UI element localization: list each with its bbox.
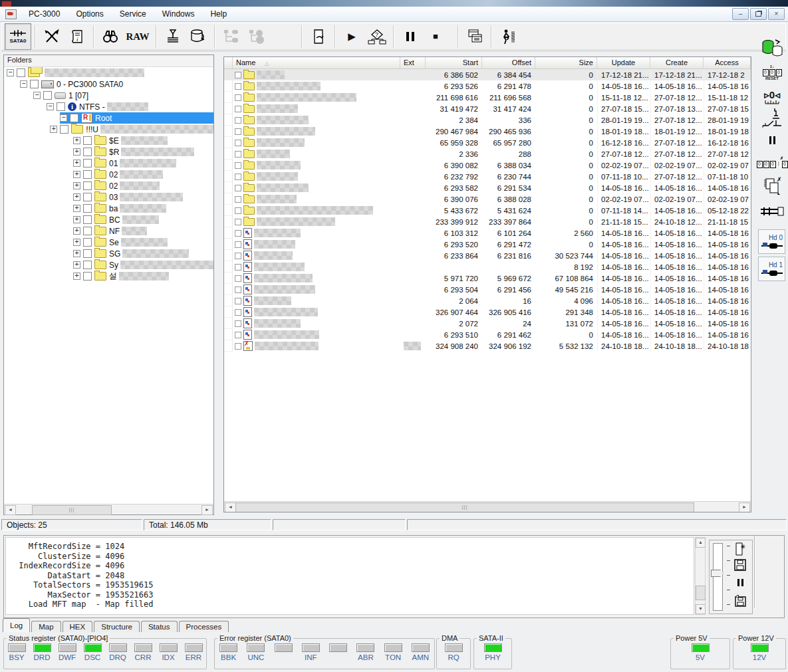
tree-row[interactable]: +$E	[4, 135, 213, 146]
row-checkbox[interactable]	[235, 140, 241, 146]
table-row[interactable]: 6 233 8646 231 81630 523 74414-05-18 16.…	[224, 250, 751, 261]
tree-row[interactable]: −0 - PC3000 SATA0	[4, 78, 213, 90]
row-checkbox[interactable]	[235, 275, 241, 282]
tree-row[interactable]: +02	[4, 169, 213, 180]
expand-icon[interactable]: +	[73, 261, 80, 269]
clear-counter-button[interactable]: ✗ 000|0	[757, 156, 787, 168]
tree-row[interactable]: +!!!U	[4, 124, 213, 135]
column-header-access[interactable]: Access	[704, 57, 751, 68]
open-task-button[interactable]	[306, 24, 331, 49]
row-checkbox[interactable]	[235, 72, 241, 78]
pause-log-button[interactable]	[732, 575, 748, 590]
table-row[interactable]: 31 419 47231 417 424027-07-18 15...27-07…	[224, 103, 751, 114]
clear-buffers-button[interactable]: ✗	[757, 176, 787, 196]
row-checkbox[interactable]	[235, 185, 241, 191]
row-checkbox[interactable]	[235, 253, 241, 259]
checkbox[interactable]	[83, 148, 92, 156]
row-checkbox[interactable]	[235, 207, 241, 214]
tree-row[interactable]: +Sy	[4, 259, 213, 271]
table-row[interactable]: 324 908 240324 906 1925 532 13224-10-18 …	[224, 340, 751, 352]
tab-structure[interactable]: Structure	[94, 621, 140, 632]
row-checkbox[interactable]	[235, 196, 241, 203]
expand-icon[interactable]: +	[73, 182, 80, 189]
table-row[interactable]: 6 232 7926 230 744007-11-18 10...27-07-1…	[224, 171, 751, 182]
collapse-icon[interactable]: −	[33, 92, 41, 99]
tab-map[interactable]: Map	[31, 621, 61, 632]
row-checkbox[interactable]	[235, 162, 241, 169]
tree-row[interactable]: −1 [07]	[4, 90, 213, 101]
terminator-button[interactable]	[757, 206, 787, 217]
row-checkbox[interactable]	[235, 309, 241, 316]
column-header-start[interactable]: Start	[426, 57, 482, 68]
tree-row[interactable]: +Se	[4, 237, 213, 248]
tab-log[interactable]: Log	[3, 618, 30, 632]
exit-button[interactable]	[495, 24, 521, 49]
table-row[interactable]: 6 293 5266 291 478014-05-18 16...14-05-1…	[224, 80, 751, 92]
scroll-up-arrow[interactable]: ▲	[696, 538, 706, 548]
collapse-icon[interactable]: −	[20, 80, 27, 88]
expand-icon[interactable]: +	[73, 216, 80, 223]
hd1-button[interactable]: Hd 1	[758, 257, 785, 281]
expand-icon[interactable]: +	[73, 273, 80, 280]
tree-row[interactable]: +$R	[4, 146, 213, 158]
table-row[interactable]: 233 399 912233 397 864021-11-18 15...24-…	[224, 216, 751, 227]
restore-button[interactable]	[750, 8, 767, 20]
table-row[interactable]: 326 907 464326 905 416291 34814-05-18 16…	[224, 306, 751, 318]
scrollbar-thumb[interactable]	[696, 586, 706, 600]
expand-icon[interactable]: +	[73, 137, 80, 144]
menu-item-options[interactable]: Options	[68, 8, 111, 21]
menu-item-pc-3000[interactable]: PC-3000	[21, 8, 68, 21]
expand-icon[interactable]: +	[50, 126, 57, 133]
save-as-log-button[interactable]	[732, 594, 748, 608]
search-button[interactable]	[98, 24, 123, 49]
utility-settings-button[interactable]	[39, 24, 65, 49]
tree-row[interactable]: +BC	[4, 214, 213, 225]
tree-row[interactable]: −NTFS -	[4, 101, 213, 112]
expand-icon[interactable]: +	[73, 193, 80, 201]
checkbox[interactable]	[83, 204, 92, 213]
tree-row[interactable]: −Root	[4, 112, 213, 124]
filter-button[interactable]	[160, 24, 186, 49]
table-row[interactable]: 6 293 5206 291 472014-05-18 16...14-05-1…	[224, 239, 751, 250]
scroll-right-arrow[interactable]: ►	[201, 505, 213, 515]
row-checkbox[interactable]	[235, 264, 241, 271]
expand-icon[interactable]: +	[73, 160, 80, 167]
row-checkbox[interactable]	[235, 173, 241, 180]
collapse-icon[interactable]: −	[47, 103, 54, 110]
row-checkbox[interactable]	[235, 106, 241, 112]
stop-button[interactable]: ■	[423, 24, 448, 49]
raw-recovery-button[interactable]: RAW	[123, 24, 152, 49]
collapse-icon[interactable]: −	[7, 69, 14, 76]
column-header-offset[interactable]: Offset	[482, 57, 535, 68]
log-vertical-scrollbar[interactable]: ▲ ▼	[695, 537, 706, 615]
table-row[interactable]: 8 19214-05-18 16...14-05-18 16...14-05-1…	[224, 261, 751, 273]
checkbox[interactable]	[83, 193, 92, 201]
row-checkbox[interactable]	[235, 230, 241, 237]
tree-horizontal-scrollbar[interactable]: ◄ ||| ►	[4, 504, 213, 514]
checkbox[interactable]	[83, 181, 92, 190]
row-checkbox[interactable]	[235, 83, 241, 90]
checkbox[interactable]	[83, 170, 92, 179]
report-button[interactable]: i	[65, 24, 90, 49]
checkbox[interactable]	[83, 159, 92, 168]
tree-row[interactable]: +01	[4, 158, 213, 169]
checkbox[interactable]	[83, 261, 92, 269]
tree-row[interactable]: +SG	[4, 248, 213, 259]
save-data-button[interactable]	[186, 24, 211, 49]
scroll-down-arrow[interactable]: ▼	[696, 604, 706, 614]
checkbox[interactable]	[70, 114, 78, 122]
table-row[interactable]: 5 433 6725 431 624007-11-18 14...14-05-1…	[224, 205, 751, 216]
table-row[interactable]: 5 971 7205 969 67267 108 86414-05-18 16.…	[224, 273, 751, 284]
table-row[interactable]: 2 336288027-07-18 12...27-07-18 12...27-…	[224, 148, 751, 160]
row-checkbox[interactable]	[235, 219, 241, 225]
checkbox[interactable]	[83, 215, 92, 224]
save-log-button[interactable]	[732, 558, 748, 572]
windows-cascade-button[interactable]	[462, 24, 487, 49]
menu-item-help[interactable]: Help	[202, 8, 235, 21]
checkbox[interactable]	[43, 91, 52, 100]
tab-status[interactable]: Status	[141, 621, 178, 632]
column-header-name[interactable]: Name△	[233, 57, 400, 68]
checkbox[interactable]	[83, 136, 92, 145]
tree-row[interactable]: +02	[4, 180, 213, 191]
checkbox[interactable]	[17, 68, 25, 77]
